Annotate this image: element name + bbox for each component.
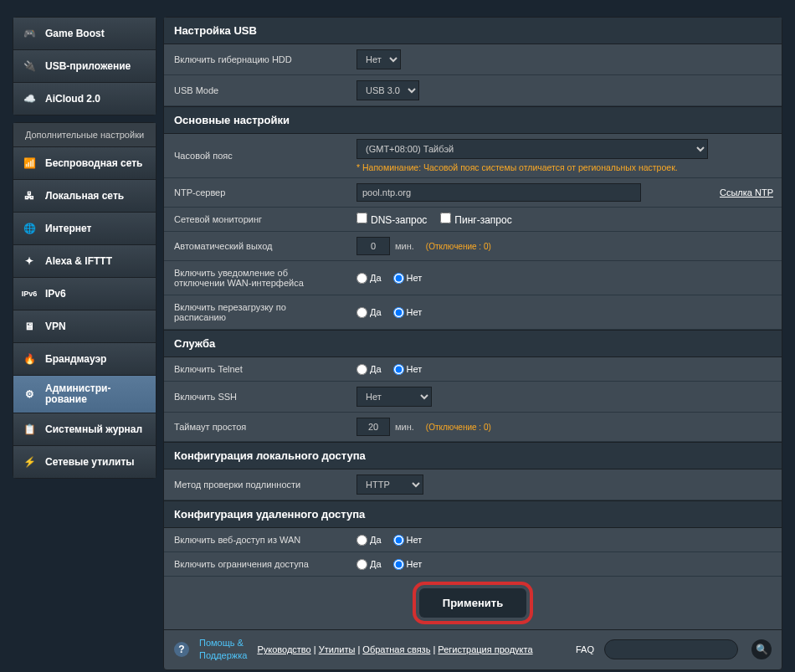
group-remote-title: Конфигурация удаленного доступа (164, 500, 782, 528)
timezone-reminder: * Напоминание: Часовой пояс системы отли… (356, 162, 773, 172)
footer: ? Помощь & Поддержка Руководство | Утили… (164, 629, 782, 669)
idle-timeout-input[interactable] (356, 418, 390, 436)
sidebar-top: 🎮Game Boost 🔌USB-приложение ☁️AiCloud 2.… (13, 17, 156, 115)
sidebar-item-usb-app[interactable]: 🔌USB-приложение (13, 50, 156, 83)
group-basic-title: Основные настройки (164, 106, 782, 134)
fire-icon: 🔥 (20, 351, 38, 367)
help-support-label: Помощь & Поддержка (199, 637, 247, 663)
link-register[interactable]: Регистрация продукта (438, 644, 532, 654)
faq-search-input[interactable] (604, 639, 738, 659)
usb-mode-label: USB Mode (164, 75, 348, 105)
help-icon[interactable]: ? (174, 642, 189, 657)
ntp-server-label: NTP-сервер (164, 178, 348, 207)
sidebar-heading: Дополнительные настройки (13, 123, 156, 147)
wan-access-label: Включить веб-доступ из WAN (164, 528, 348, 551)
globe-icon: 🌐 (20, 220, 38, 237)
auto-logout-hint: (Отключение : 0) (426, 242, 491, 251)
faq-label: FAQ (576, 644, 594, 654)
wan-access-no[interactable]: Нет (393, 535, 423, 546)
search-icon: 🔍 (756, 644, 768, 655)
sidebar-advanced: Дополнительные настройки 📶Беспроводная с… (13, 122, 156, 479)
network-monitoring-label: Сетевой мониторинг (164, 208, 348, 231)
sidebar-item-nettools[interactable]: ⚡Сетевые утилиты (13, 446, 156, 478)
group-local-title: Конфигурация локального доступа (164, 442, 782, 469)
wan-notify-no[interactable]: Нет (393, 273, 423, 284)
tools-icon: ⚡ (20, 454, 38, 470)
auth-method-label: Метод проверки подлинности (164, 469, 348, 500)
scheduled-reboot-yes[interactable]: Да (356, 307, 382, 318)
gamepad-icon: 🎮 (20, 25, 38, 42)
apply-button[interactable]: Применить (419, 588, 526, 618)
ssh-select[interactable]: Нет (356, 387, 432, 407)
admin-icon: ⚙ (20, 386, 38, 403)
wifi-icon: 📶 (20, 155, 38, 172)
scheduled-reboot-label: Включить перезагрузку по расписанию (164, 295, 348, 329)
access-restrict-no[interactable]: Нет (393, 559, 423, 570)
sidebar-item-vpn[interactable]: 🖥VPN (13, 310, 156, 343)
auth-method-select[interactable]: HTTP (356, 475, 423, 495)
usb-icon: 🔌 (20, 58, 38, 74)
alexa-icon: ✦ (20, 253, 38, 269)
sidebar-item-syslog[interactable]: 📋Системный журнал (13, 413, 156, 446)
scheduled-reboot-no[interactable]: Нет (393, 307, 423, 318)
main-panel: Настройка USB Включить гибернацию HDD Не… (163, 17, 782, 670)
idle-timeout-hint: (Отключение : 0) (426, 423, 491, 432)
idle-timeout-label: Таймаут простоя (164, 413, 348, 441)
link-manual[interactable]: Руководство (257, 644, 310, 654)
ntp-server-input[interactable] (356, 183, 641, 202)
hdd-hibernation-select[interactable]: Нет (356, 49, 401, 69)
auto-logout-input[interactable] (356, 237, 390, 255)
timezone-select[interactable]: (GMT+08:00) Тайбэй (356, 139, 708, 159)
ntp-link[interactable]: Ссылка NTP (720, 187, 773, 197)
timezone-label: Часовой пояс (164, 134, 348, 177)
sidebar-item-administration[interactable]: ⚙Администри- рование (13, 376, 156, 413)
wan-notify-yes[interactable]: Да (356, 273, 382, 284)
log-icon: 📋 (20, 421, 38, 438)
vpn-icon: 🖥 (20, 318, 38, 335)
sidebar-item-game-boost[interactable]: 🎮Game Boost (13, 18, 156, 50)
sidebar-item-internet[interactable]: 🌐Интернет (13, 213, 156, 245)
wan-notify-label: Включить уведомление об отключении WAN-и… (164, 261, 348, 295)
sidebar-item-ipv6[interactable]: IPv6IPv6 (13, 278, 156, 310)
telnet-no[interactable]: Нет (393, 364, 423, 375)
telnet-label: Включить Telnet (164, 357, 348, 381)
access-restrict-label: Включить ограничения доступа (164, 552, 348, 576)
usb-mode-select[interactable]: USB 3.0 (356, 80, 419, 100)
sidebar-item-alexa[interactable]: ✦Alexa & IFTTT (13, 245, 156, 278)
link-utilities[interactable]: Утилиты (319, 644, 356, 654)
link-feedback[interactable]: Обратная связь (362, 644, 430, 654)
group-service-title: Служба (164, 330, 782, 357)
sidebar-item-wireless[interactable]: 📶Беспроводная сеть (13, 147, 156, 180)
telnet-yes[interactable]: Да (356, 364, 382, 375)
dns-query-checkbox[interactable]: DNS-запрос (356, 213, 427, 226)
ipv6-icon: IPv6 (20, 285, 38, 302)
group-usb-title: Настройка USB (164, 18, 782, 44)
wan-access-yes[interactable]: Да (356, 535, 382, 546)
auto-logout-label: Автоматический выход (164, 232, 348, 260)
sidebar-item-lan[interactable]: 🖧Локальная сеть (13, 180, 156, 213)
sidebar-item-firewall[interactable]: 🔥Брандмауэр (13, 343, 156, 376)
search-button[interactable]: 🔍 (751, 639, 772, 659)
ping-query-checkbox[interactable]: Пинг-запрос (440, 213, 511, 226)
hdd-hibernation-label: Включить гибернацию HDD (164, 44, 348, 74)
ssh-label: Включить SSH (164, 382, 348, 412)
lan-icon: 🖧 (20, 187, 38, 204)
footer-links: Руководство | Утилиты | Обратная связь |… (257, 644, 532, 654)
cloud-icon: ☁️ (20, 90, 38, 107)
sidebar-item-aicloud[interactable]: ☁️AiCloud 2.0 (13, 83, 156, 115)
access-restrict-yes[interactable]: Да (356, 559, 382, 570)
